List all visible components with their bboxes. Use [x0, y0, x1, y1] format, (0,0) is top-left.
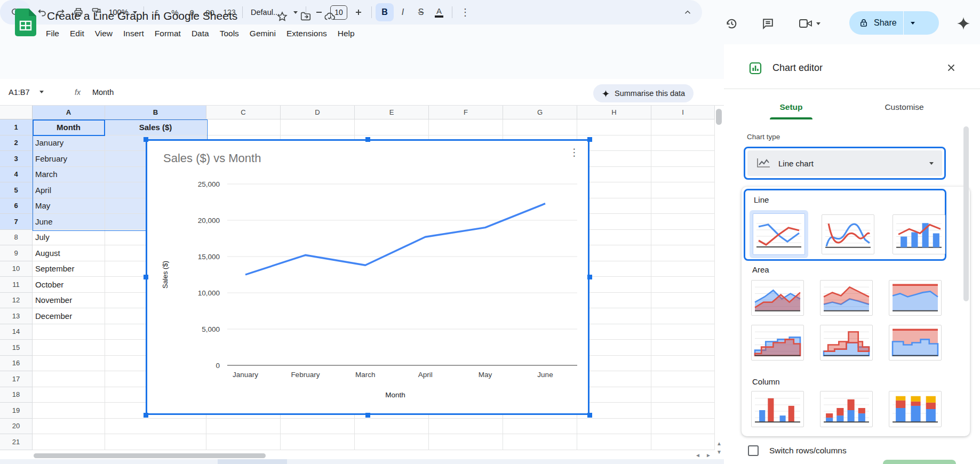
- cell-A8[interactable]: July: [33, 230, 105, 246]
- thumb-100-stacked-area[interactable]: [889, 280, 942, 316]
- cell-E20[interactable]: [355, 419, 429, 435]
- version-history-icon[interactable]: [724, 17, 738, 30]
- toolbar-more-button[interactable]: ⋮: [456, 3, 474, 21]
- cell-G1[interactable]: [503, 119, 577, 135]
- cell-A9[interactable]: August: [33, 245, 105, 261]
- row-header-1[interactable]: 1: [0, 119, 33, 135]
- row-header-18[interactable]: 18: [0, 387, 33, 403]
- sheets-logo-icon[interactable]: [15, 9, 36, 36]
- cell-I1[interactable]: [651, 119, 715, 135]
- cell-I13[interactable]: [651, 308, 715, 324]
- cell-G21[interactable]: [503, 434, 577, 450]
- thumb-line-smooth[interactable]: [822, 214, 874, 254]
- bold-button[interactable]: B: [376, 3, 394, 21]
- row-header-3[interactable]: 3: [0, 151, 33, 167]
- row-header-9[interactable]: 9: [0, 245, 33, 261]
- cell-D20[interactable]: [281, 419, 355, 435]
- chart-resize-handle[interactable]: [587, 137, 592, 142]
- row-header-5[interactable]: 5: [0, 182, 33, 198]
- scroll-up-arrow-icon[interactable]: ▲: [716, 441, 722, 446]
- chart-resize-handle[interactable]: [144, 275, 148, 279]
- meet-video-icon[interactable]: [797, 17, 822, 30]
- cell-E21[interactable]: [355, 434, 429, 450]
- chart-resize-handle[interactable]: [587, 413, 592, 418]
- thumb-line-basic[interactable]: [753, 213, 805, 255]
- cell-I18[interactable]: [651, 387, 715, 403]
- cell-I16[interactable]: [651, 356, 715, 372]
- cell-I7[interactable]: [651, 214, 715, 230]
- cell-I20[interactable]: [651, 419, 715, 435]
- column-header-C[interactable]: C: [206, 106, 281, 119]
- chart-resize-handle[interactable]: [144, 413, 148, 418]
- cell-I2[interactable]: [651, 135, 715, 151]
- cell-A17[interactable]: [33, 371, 105, 387]
- horizontal-scrollbar-thumb[interactable]: [34, 453, 266, 458]
- scroll-left-arrow-icon[interactable]: ◄: [695, 453, 700, 458]
- thumb-100-stacked-column[interactable]: [889, 391, 942, 427]
- cloud-status-icon[interactable]: [323, 11, 336, 22]
- cell-I14[interactable]: [651, 324, 715, 340]
- cell-B20[interactable]: [105, 419, 206, 435]
- text-color-button[interactable]: A: [430, 3, 448, 21]
- cell-I4[interactable]: [651, 167, 715, 183]
- column-header-G[interactable]: G: [503, 106, 577, 119]
- collapse-toolbar-button[interactable]: [679, 3, 697, 21]
- thumb-stacked-area[interactable]: [820, 280, 873, 316]
- move-folder-icon[interactable]: [300, 11, 312, 22]
- thumb-area[interactable]: [751, 280, 804, 316]
- star-icon[interactable]: [276, 11, 288, 22]
- column-header-I[interactable]: I: [651, 106, 715, 119]
- menu-format[interactable]: Format: [149, 27, 186, 41]
- cell-C1[interactable]: [206, 119, 281, 135]
- cell-I19[interactable]: [651, 403, 715, 419]
- row-header-7[interactable]: 7: [0, 214, 33, 230]
- cell-A14[interactable]: [33, 324, 105, 340]
- cell-A1[interactable]: Month: [33, 119, 105, 135]
- embedded-chart[interactable]: Sales ($) vs Month ⋮ 05,00010,00015,0002…: [146, 139, 589, 415]
- tab-customise[interactable]: Customise: [848, 95, 961, 119]
- row-header-11[interactable]: 11: [0, 277, 33, 293]
- row-header-14[interactable]: 14: [0, 324, 33, 340]
- cell-A6[interactable]: May: [33, 198, 105, 214]
- cell-H21[interactable]: [577, 434, 651, 450]
- cell-A12[interactable]: November: [33, 293, 105, 309]
- scroll-down-arrow-icon[interactable]: ▼: [716, 450, 722, 455]
- row-header-19[interactable]: 19: [0, 403, 33, 419]
- switch-rows-columns[interactable]: Switch rows/columns: [748, 445, 847, 456]
- cell-I3[interactable]: [651, 151, 715, 167]
- cell-A21[interactable]: [33, 434, 105, 450]
- thumb-stepped-area[interactable]: [751, 325, 804, 361]
- thumb-column[interactable]: [751, 391, 804, 427]
- cell-A10[interactable]: September: [33, 261, 105, 277]
- row-header-21[interactable]: 21: [0, 434, 33, 450]
- increase-font-size-button[interactable]: [349, 3, 368, 21]
- column-header-B[interactable]: B: [105, 106, 206, 119]
- row-header-2[interactable]: 2: [0, 135, 33, 151]
- cell-G20[interactable]: [503, 419, 577, 435]
- chart-resize-handle[interactable]: [365, 137, 370, 142]
- cell-A13[interactable]: December: [33, 308, 105, 324]
- select-all-corner[interactable]: [0, 106, 33, 119]
- cell-I8[interactable]: [651, 230, 715, 246]
- cell-A19[interactable]: [33, 403, 105, 419]
- cell-F20[interactable]: [429, 419, 503, 435]
- name-box-caret-icon[interactable]: [39, 91, 44, 93]
- thumb-line-combo[interactable]: [893, 214, 945, 254]
- row-header-4[interactable]: 4: [0, 167, 33, 183]
- menu-view[interactable]: View: [90, 27, 118, 41]
- cell-E1[interactable]: [355, 119, 429, 135]
- vertical-scrollbar-thumb[interactable]: [716, 109, 722, 125]
- comments-icon[interactable]: [761, 17, 775, 30]
- chart-resize-handle[interactable]: [587, 275, 592, 279]
- chart-options-icon[interactable]: ⋮: [569, 146, 579, 158]
- cell-A7[interactable]: June: [33, 214, 105, 230]
- thumb-stacked-column[interactable]: [820, 391, 873, 427]
- cell-I12[interactable]: [651, 293, 715, 309]
- row-header-20[interactable]: 20: [0, 419, 33, 435]
- cell-C20[interactable]: [206, 419, 281, 435]
- cell-C21[interactable]: [206, 434, 281, 450]
- row-header-17[interactable]: 17: [0, 371, 33, 387]
- column-header-A[interactable]: A: [33, 106, 105, 119]
- cell-I15[interactable]: [651, 340, 715, 356]
- cell-A16[interactable]: [33, 356, 105, 372]
